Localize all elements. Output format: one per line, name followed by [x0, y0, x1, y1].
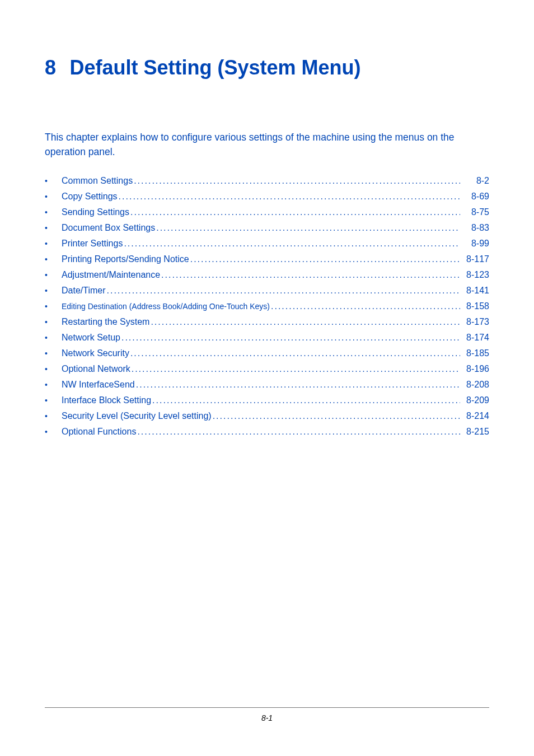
toc-entry[interactable]: • NW InterfaceSend 8-208	[45, 377, 489, 393]
toc-entry[interactable]: • Adjustment/Maintenance 8-123	[45, 267, 489, 283]
toc-page: 8-69	[460, 189, 489, 204]
bullet-icon: •	[45, 300, 62, 314]
toc-label: Adjustment/Maintenance	[62, 267, 160, 283]
toc-entry[interactable]: • Optional Network 8-196	[45, 361, 489, 377]
toc-label: Sending Settings	[62, 204, 129, 220]
dot-leader	[129, 346, 460, 361]
bullet-icon: •	[45, 190, 62, 204]
toc-entry[interactable]: • Optional Functions 8-215	[45, 424, 489, 440]
bullet-icon: •	[45, 331, 62, 345]
toc-label: Optional Functions	[62, 424, 136, 440]
bullet-icon: •	[45, 237, 62, 251]
toc-page: 8-215	[460, 424, 489, 440]
toc-page: 8-117	[460, 251, 489, 267]
bullet-icon: •	[45, 315, 62, 329]
toc-page: 8-208	[460, 377, 489, 393]
bullet-icon: •	[45, 394, 62, 408]
toc-page: 8-99	[460, 236, 489, 251]
chapter-title: Default Setting (System Menu)	[69, 56, 360, 79]
toc-entry[interactable]: • Network Security 8-185	[45, 346, 489, 361]
toc-label: Editing Destination (Address Book/Adding…	[62, 300, 270, 314]
bullet-icon: •	[45, 253, 62, 267]
toc-page: 8-158	[460, 298, 489, 314]
dot-leader	[133, 173, 460, 189]
toc-label: Network Setup	[62, 330, 120, 346]
toc-page: 8-196	[460, 361, 489, 377]
dot-leader	[123, 236, 460, 251]
toc-page: 8-75	[460, 204, 489, 220]
dot-leader	[106, 283, 460, 298]
toc-entry[interactable]: • Security Level (Security Level setting…	[45, 408, 489, 424]
toc-entry[interactable]: • Printer Settings 8-99	[45, 236, 489, 251]
toc-page: 8-141	[460, 283, 489, 298]
dot-leader	[130, 361, 460, 377]
toc-page: 8-209	[460, 393, 489, 408]
toc-entry[interactable]: • Copy Settings 8-69	[45, 189, 489, 204]
toc-label: Optional Network	[62, 361, 130, 377]
toc-entry[interactable]: • Printing Reports/Sending Notice 8-117	[45, 251, 489, 267]
toc-label: Network Security	[62, 346, 129, 361]
table-of-contents: • Common Settings 8-2 • Copy Settings 8-…	[45, 173, 489, 440]
dot-leader	[212, 408, 460, 424]
toc-label: Copy Settings	[62, 189, 118, 204]
toc-label: Security Level (Security Level setting)	[62, 408, 212, 424]
toc-page: 8-185	[460, 346, 489, 361]
bullet-icon: •	[45, 362, 62, 376]
chapter-number: 8	[45, 56, 56, 79]
bullet-icon: •	[45, 425, 62, 439]
toc-entry[interactable]: • Sending Settings 8-75	[45, 204, 489, 220]
toc-label: Document Box Settings	[62, 220, 155, 236]
intro-paragraph: This chapter explains how to configure v…	[45, 130, 489, 160]
toc-page: 8-173	[460, 314, 489, 330]
toc-page: 8-2	[460, 173, 489, 189]
page-number: 8-1	[261, 713, 273, 722]
toc-entry[interactable]: • Restarting the System 8-173	[45, 314, 489, 330]
toc-label: NW InterfaceSend	[62, 377, 135, 393]
dot-leader	[129, 204, 460, 220]
dot-leader	[155, 220, 460, 236]
dot-leader	[149, 314, 460, 330]
toc-page: 8-214	[460, 408, 489, 424]
toc-entry[interactable]: • Editing Destination (Address Book/Addi…	[45, 298, 489, 314]
toc-label: Printer Settings	[62, 236, 123, 251]
bullet-icon: •	[45, 378, 62, 392]
bullet-icon: •	[45, 347, 62, 361]
bullet-icon: •	[45, 409, 62, 423]
chapter-header: 8 Default Setting (System Menu)	[45, 56, 489, 80]
bullet-icon: •	[45, 221, 62, 235]
bullet-icon: •	[45, 268, 62, 282]
dot-leader	[118, 189, 460, 204]
toc-label: Date/Timer	[62, 283, 106, 298]
toc-label: Printing Reports/Sending Notice	[62, 251, 189, 267]
toc-page: 8-83	[460, 220, 489, 236]
bullet-icon: •	[45, 284, 62, 298]
toc-entry[interactable]: • Common Settings 8-2	[45, 173, 489, 189]
dot-leader	[135, 377, 460, 393]
dot-leader	[270, 298, 460, 314]
dot-leader	[136, 424, 460, 440]
toc-entry[interactable]: • Date/Timer 8-141	[45, 283, 489, 298]
toc-label: Common Settings	[62, 173, 133, 189]
toc-entry[interactable]: • Interface Block Setting 8-209	[45, 393, 489, 408]
toc-entry[interactable]: • Document Box Settings 8-83	[45, 220, 489, 236]
toc-page: 8-174	[460, 330, 489, 346]
page-footer: 8-1	[45, 707, 489, 722]
dot-leader	[151, 393, 460, 408]
toc-label: Interface Block Setting	[62, 393, 151, 408]
bullet-icon: •	[45, 206, 62, 220]
dot-leader	[120, 330, 460, 346]
bullet-icon: •	[45, 174, 62, 188]
toc-label: Restarting the System	[62, 314, 149, 330]
dot-leader	[189, 251, 460, 267]
toc-entry[interactable]: • Network Setup 8-174	[45, 330, 489, 346]
toc-page: 8-123	[460, 267, 489, 283]
dot-leader	[160, 267, 460, 283]
